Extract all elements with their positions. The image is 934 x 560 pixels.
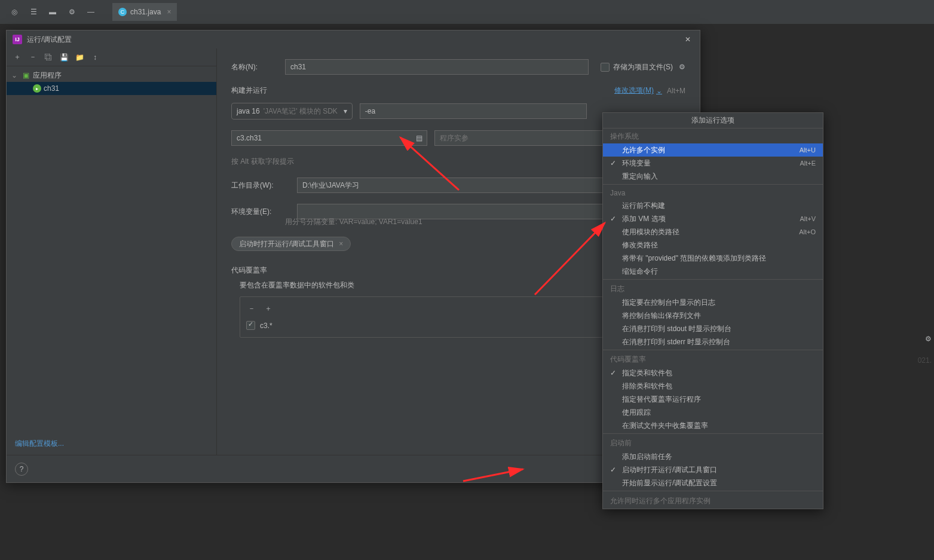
name-label: 名称(N): [231, 62, 279, 72]
sdk-version: java 16 [237, 107, 260, 115]
popup-item-provided-deps[interactable]: 将带有 "provided" 范围的依赖项添加到类路径 [603, 252, 823, 265]
name-input[interactable] [285, 59, 589, 75]
copy-icon[interactable]: ⿻ [42, 51, 54, 63]
coverage-item-label: c3.* [260, 322, 272, 330]
save-icon[interactable]: 💾 [58, 51, 70, 63]
popup-item-alt-runner[interactable]: 指定替代覆盖率运行程序 [603, 393, 823, 406]
edit-templates-link[interactable]: 编辑配置模板... [15, 439, 64, 449]
vm-options-input[interactable] [360, 103, 587, 119]
dialog-titlebar[interactable]: IJ 运行/调试配置 ✕ [7, 30, 700, 48]
sdk-description: 'JAVA笔记' 模块的 SDK [264, 106, 338, 117]
gear-icon[interactable]: ⚙ [65, 5, 79, 19]
popup-item-redirect-input[interactable]: 重定向输入 [603, 170, 823, 183]
popup-item-collect-test-coverage[interactable]: 在测试文件夹中收集覆盖率 [603, 419, 823, 432]
sdk-selector[interactable]: java 16 'JAVA笔记' 模块的 SDK ▾ [231, 103, 353, 120]
remove-icon[interactable]: － [27, 51, 39, 63]
chevron-down-icon: ⌄ [11, 71, 19, 79]
main-class-input[interactable] [231, 130, 427, 146]
chevron-down-icon: ⌄ [656, 87, 662, 95]
popup-item-add-before-task[interactable]: 添加启动前任务 [603, 450, 823, 463]
popup-item-use-tracing[interactable]: 使用跟踪 [603, 406, 823, 419]
target-icon[interactable]: ◎ [7, 5, 22, 19]
popup-item-specify-logs[interactable]: 指定要在控制台中显示的日志 [603, 296, 823, 309]
gear-icon[interactable]: ⚙ [925, 335, 932, 343]
config-tree: ⌄ ▣ 应用程序 ▸ ch31 [7, 66, 216, 455]
workdir-input[interactable] [297, 178, 632, 193]
coverage-item-row[interactable]: c3.* [246, 320, 596, 331]
help-button[interactable]: ? [15, 463, 28, 476]
minimize-icon[interactable]: — [84, 5, 98, 19]
folder-icon[interactable]: 📁 [74, 51, 85, 63]
chevron-down-icon: ▾ [344, 107, 347, 115]
store-as-project-label: 存储为项目文件(S) [613, 62, 673, 72]
close-icon[interactable]: × [167, 8, 171, 16]
stack-icon[interactable]: ☰ [26, 5, 41, 19]
popup-description: 允许同时运行多个应用程序实例 [603, 492, 823, 509]
run-debug-config-dialog: IJ 运行/调试配置 ✕ ＋ － ⿻ 💾 📁 ↕ ⌄ ▣ 应用程序 ▸ [6, 30, 700, 483]
check-icon: ✓ [610, 215, 618, 223]
add-run-options-popup: 添加运行选项 操作系统 允许多个实例 Alt+U ✓ 环境变量 Alt+E 重定… [602, 112, 823, 509]
remove-tag-icon[interactable]: × [339, 240, 343, 248]
bar-icon[interactable]: ▬ [45, 5, 60, 19]
sort-icon[interactable]: ↕ [89, 51, 101, 63]
java-class-icon: C [118, 8, 127, 16]
add-icon[interactable]: ＋ [11, 51, 23, 63]
popup-item-use-module-classpath[interactable]: 使用模块的类路径 Alt+O [603, 225, 823, 238]
section-header-label: 构建并运行 [231, 85, 267, 96]
java-app-icon: ▸ [33, 84, 41, 93]
gear-icon[interactable]: ⚙ [679, 63, 685, 71]
popup-item-show-before-launch[interactable]: 开始前显示运行/调试配置设置 [603, 476, 823, 489]
popup-item-save-console[interactable]: 将控制台输出保存到文件 [603, 309, 823, 322]
build-run-header: 构建并运行 修改选项(M) ⌄ Alt+M [231, 85, 685, 96]
remove-icon[interactable]: － [246, 303, 257, 314]
popup-item-modify-classpath[interactable]: 修改类路径 [603, 238, 823, 252]
popup-item-show-stderr[interactable]: 在消息打印到 stderr 时显示控制台 [603, 335, 823, 348]
popup-section-os: 操作系统 [603, 128, 823, 143]
workdir-label: 工作目录(W): [231, 180, 291, 191]
popup-item-env-vars[interactable]: ✓ 环境变量 Alt+E [603, 157, 823, 170]
main-toolbar: ◎ ☰ ▬ ⚙ — C ch31.java × [0, 0, 934, 24]
popup-item-open-tool-window[interactable]: ✓启动时打开运行/调试工具窗口 [603, 463, 823, 476]
store-as-project-checkbox[interactable]: 存储为项目文件(S) ⚙ [601, 62, 685, 72]
intellij-icon: IJ [13, 35, 22, 44]
config-tree-panel: ＋ － ⿻ 💾 📁 ↕ ⌄ ▣ 应用程序 ▸ ch31 编辑配置模板... [7, 48, 217, 455]
popup-item-specify-classes[interactable]: ✓指定类和软件包 [603, 366, 823, 380]
browse-class-icon[interactable]: ▤ [414, 133, 424, 143]
popup-section-log: 日志 [603, 281, 823, 296]
popup-item-exclude-classes[interactable]: 排除类和软件包 [603, 380, 823, 393]
check-icon: ✓ [610, 159, 618, 167]
popup-item-allow-multiple[interactable]: 允许多个实例 Alt+U [603, 143, 823, 157]
close-button[interactable]: ✕ [682, 33, 694, 45]
modify-options-link[interactable]: 修改选项(M) ⌄ [614, 85, 662, 96]
popup-item-add-vm-options[interactable]: ✓ 添加 VM 选项 Alt+V [603, 212, 823, 225]
before-launch-tag[interactable]: 启动时打开运行/调试工具窗口 × [231, 237, 351, 251]
popup-section-before: 启动前 [603, 435, 823, 450]
check-icon: ✓ [610, 466, 618, 474]
coverage-packages-box: － ＋ c3.* [240, 296, 603, 338]
tree-node-label: ch31 [44, 84, 59, 93]
checkbox-checked-icon[interactable] [246, 321, 255, 330]
dialog-title: 运行/调试配置 [27, 35, 682, 45]
popup-section-java: Java [603, 186, 823, 199]
program-args-input[interactable] [434, 130, 607, 146]
tree-toolbar: ＋ － ⿻ 💾 📁 ↕ [7, 48, 216, 66]
tree-node-ch31[interactable]: ▸ ch31 [7, 82, 216, 95]
popup-item-shorten-cmdline[interactable]: 缩短命令行 [603, 265, 823, 278]
editor-tabs: C ch31.java × [112, 3, 177, 21]
bg-year: 021. [918, 356, 932, 365]
tag-label: 启动时打开运行/调试工具窗口 [239, 239, 334, 249]
popup-item-no-build[interactable]: 运行前不构建 [603, 199, 823, 212]
file-tab-ch31[interactable]: C ch31.java × [112, 3, 177, 21]
popup-item-show-stdout[interactable]: 在消息打印到 stdout 时显示控制台 [603, 322, 823, 335]
application-icon: ▣ [21, 71, 30, 80]
tree-node-application[interactable]: ⌄ ▣ 应用程序 [7, 69, 216, 82]
check-icon: ✓ [610, 369, 618, 377]
popup-title: 添加运行选项 [603, 113, 823, 128]
tree-node-label: 应用程序 [33, 71, 62, 81]
add-icon[interactable]: ＋ [263, 303, 274, 314]
checkbox-icon [601, 63, 610, 72]
shortcut-hint: Alt+M [667, 87, 685, 95]
env-label: 环境变量(E): [231, 207, 291, 217]
popup-section-coverage: 代码覆盖率 [603, 351, 823, 366]
file-tab-label: ch31.java [130, 8, 161, 16]
